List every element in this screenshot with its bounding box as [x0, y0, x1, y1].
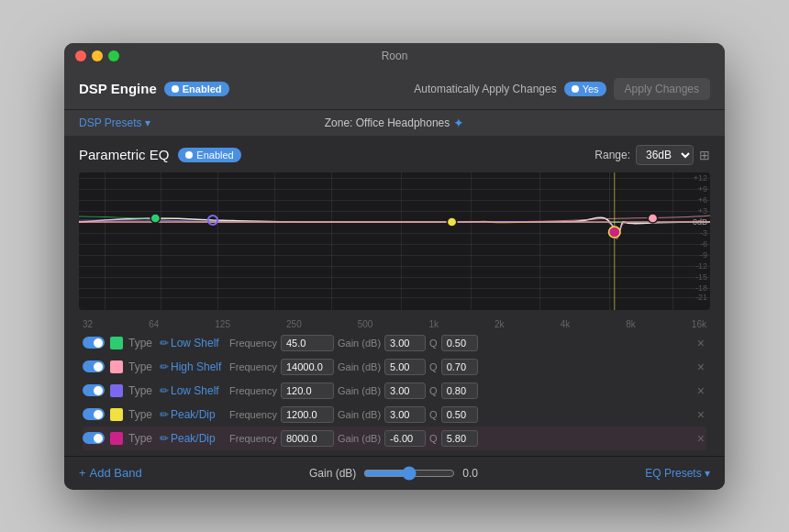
band-3-frequency[interactable]	[281, 382, 334, 399]
band-1-type-link[interactable]: ✏ Low Shelf	[160, 337, 224, 349]
band-4-type-link[interactable]: ✏ Peak/Dip	[160, 408, 224, 421]
eq-point-4	[447, 217, 456, 227]
band-5-q[interactable]	[441, 430, 478, 447]
gain-label: Gain (dB)	[309, 467, 356, 480]
band-5-gain[interactable]	[384, 430, 426, 447]
band-5-fields: Frequency Gain (dB) Q	[229, 430, 690, 447]
minimize-button[interactable]	[92, 50, 103, 61]
dsp-presets-button[interactable]: DSP Presets ▾	[79, 116, 150, 129]
freq-4k: 4k	[561, 319, 571, 329]
dsp-title-group: DSP Engine Enabled	[79, 81, 229, 96]
band-1-type: Low Shelf	[171, 337, 219, 349]
band-3-color	[110, 384, 123, 397]
band-3-fields: Frequency Gain (dB) Q	[229, 382, 690, 399]
freq-250: 250	[286, 319, 302, 329]
window-title: Roon	[382, 50, 408, 62]
band-5-toggle[interactable]	[83, 432, 105, 444]
band-2-frequency[interactable]	[281, 359, 334, 375]
zone-icon: ✦	[453, 116, 464, 130]
add-band-button[interactable]: + Add Band	[79, 466, 142, 480]
eq-section: Parametric EQ Enabled Range: 36dB 12dB 2…	[64, 136, 725, 456]
band-2-color	[110, 360, 123, 373]
band-2-type-link[interactable]: ✏ High Shelf	[160, 360, 224, 373]
freq-labels: 32 64 125 250 500 1k 2k 4k 8k 16k	[79, 317, 710, 331]
gain-value: 0.0	[462, 467, 478, 480]
band-1-frequency[interactable]	[281, 335, 334, 351]
traffic-lights	[75, 50, 119, 61]
band-1-fields: Frequency Gain (dB) Q	[229, 335, 690, 351]
pencil-icon-4: ✏	[160, 408, 169, 421]
dsp-enabled-badge[interactable]: Enabled	[164, 82, 229, 96]
band-2-toggle[interactable]	[83, 360, 105, 372]
freq-1k: 1k	[428, 319, 439, 329]
eq-point-2	[648, 214, 657, 223]
range-select[interactable]: 36dB 12dB 24dB	[636, 145, 694, 165]
eq-point-5	[609, 227, 621, 238]
apply-changes-button[interactable]: Apply Changes	[614, 78, 710, 100]
eq-band-5: Type ✏ Peak/Dip Frequency Gain (dB) Q ×	[83, 427, 706, 450]
band-1-toggle[interactable]	[83, 337, 105, 349]
band-2-gain[interactable]	[384, 359, 426, 375]
eq-enabled-badge[interactable]: Enabled	[178, 148, 240, 162]
range-group: Range: 36dB 12dB 24dB ⊞	[595, 145, 710, 165]
toggle-dot	[172, 85, 179, 93]
eq-bands: Type ✏ Low Shelf Frequency Gain (dB) Q ×	[79, 331, 710, 450]
maximize-button[interactable]	[108, 50, 119, 61]
eq-band-1: Type ✏ Low Shelf Frequency Gain (dB) Q ×	[83, 331, 706, 355]
pencil-icon-5: ✏	[160, 432, 169, 445]
band-3-toggle[interactable]	[83, 384, 105, 396]
freq-32: 32	[83, 319, 93, 329]
eq-band-2: Type ✏ High Shelf Frequency Gain (dB) Q …	[83, 355, 706, 379]
band-3-gain[interactable]	[384, 382, 426, 399]
band-3-type-link[interactable]: ✏ Low Shelf	[160, 384, 224, 397]
auto-apply-value: Yes	[583, 83, 599, 94]
band-4-fields: Frequency Gain (dB) Q	[229, 406, 690, 423]
band-3-type-label: Type	[128, 384, 154, 397]
dsp-header: DSP Engine Enabled Automatically Apply C…	[64, 69, 725, 109]
auto-apply-label: Automatically Apply Changes	[414, 83, 556, 95]
band-1-q[interactable]	[441, 335, 478, 351]
auto-apply-toggle[interactable]: Yes	[564, 82, 606, 96]
footer: + Add Band Gain (dB) 0.0 EQ Presets ▾	[64, 456, 725, 490]
band-1-remove[interactable]: ×	[695, 336, 706, 350]
pencil-icon-2: ✏	[160, 360, 169, 373]
pencil-icon-3: ✏	[160, 384, 169, 397]
eq-title-group: Parametric EQ Enabled	[79, 147, 241, 162]
subheader: DSP Presets ▾ Zone: Office Headphones ✦	[64, 109, 725, 136]
expand-icon[interactable]: ⊞	[699, 148, 710, 162]
pencil-icon-1: ✏	[160, 337, 169, 349]
band-5-remove[interactable]: ×	[695, 431, 706, 446]
band-2-q[interactable]	[441, 359, 478, 375]
band-5-type: Peak/Dip	[171, 432, 216, 445]
band-4-frequency[interactable]	[281, 406, 334, 423]
band-5-type-label: Type	[128, 432, 154, 445]
band-3-q[interactable]	[441, 382, 478, 399]
band-5-frequency[interactable]	[281, 430, 334, 447]
gain-slider[interactable]	[363, 466, 455, 481]
band-5-color	[110, 432, 123, 445]
band-2-remove[interactable]: ×	[695, 360, 706, 374]
band-4-q[interactable]	[441, 406, 478, 423]
band-4-color	[110, 408, 123, 421]
titlebar: Roon	[64, 43, 725, 69]
close-button[interactable]	[75, 50, 86, 61]
auto-apply-dot	[572, 85, 579, 93]
band-4-toggle[interactable]	[83, 408, 105, 420]
band-1-gain[interactable]	[384, 335, 426, 351]
add-band-label: Add Band	[90, 466, 142, 480]
band-4-type-label: Type	[128, 408, 154, 421]
eq-toggle-dot	[185, 151, 193, 159]
eq-point-1	[150, 214, 160, 223]
eq-presets-button[interactable]: EQ Presets ▾	[645, 467, 710, 480]
gain-group: Gain (dB) 0.0	[309, 466, 478, 481]
band-2-type-label: Type	[128, 360, 154, 373]
band-1-color	[110, 337, 123, 349]
band-1-type-label: Type	[128, 337, 154, 349]
band-3-remove[interactable]: ×	[695, 383, 706, 398]
band-5-type-link[interactable]: ✏ Peak/Dip	[160, 432, 224, 445]
zone-text: Zone: Office Headphones	[325, 116, 450, 129]
eq-band-3: Type ✏ Low Shelf Frequency Gain (dB) Q ×	[83, 379, 706, 403]
band-4-gain[interactable]	[384, 406, 426, 423]
band-3-type: Low Shelf	[171, 384, 219, 397]
band-4-remove[interactable]: ×	[695, 407, 706, 422]
